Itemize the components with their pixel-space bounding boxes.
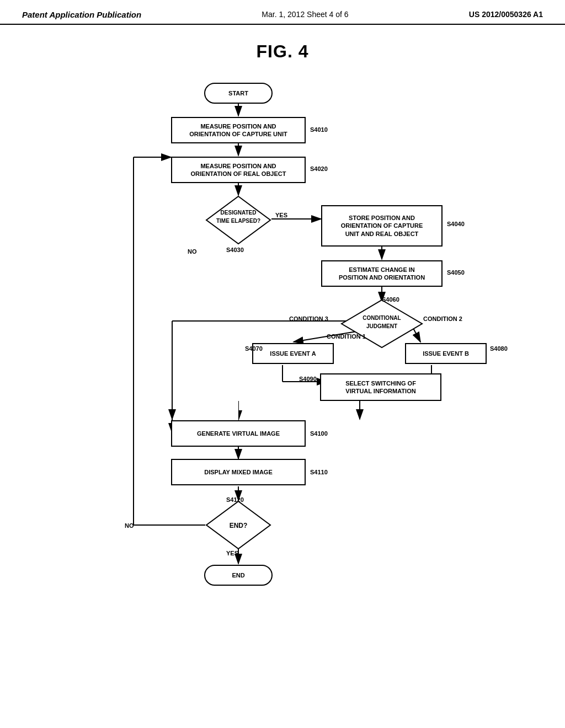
cond2-label: CONDITION 2 (423, 315, 462, 322)
s4080-label: S4080 (490, 345, 508, 352)
no-label-s4030: NO (188, 248, 197, 255)
s4120-diamond: END? (205, 500, 271, 550)
end-node: END (204, 565, 273, 586)
yes-label-s4030: YES (275, 212, 287, 218)
s4020-node: MEASURE POSITION AND ORIENTATION OF REAL… (171, 157, 306, 183)
s4090-label: S4090 (299, 376, 317, 382)
s4010-node: MEASURE POSITION AND ORIENTATION OF CAPT… (171, 117, 306, 143)
s4070-label: S4070 (245, 345, 263, 352)
svg-text:END?: END? (230, 522, 248, 529)
page-header: Patent Application Publication Mar. 1, 2… (0, 0, 565, 25)
header-right: US 2012/0050326 A1 (469, 10, 543, 19)
header-left: Patent Application Publication (22, 10, 141, 19)
figure-title: FIG. 4 (0, 41, 565, 62)
svg-text:JUDGMENT: JUDGMENT (366, 323, 397, 329)
yes2-label: YES (226, 550, 238, 556)
s4040-label: S4040 (447, 221, 465, 227)
start-node: START (204, 83, 273, 104)
s4030-diamond: DESIGNATED TIME ELAPSED? (205, 195, 271, 245)
s4100-node: GENERATE VIRTUAL IMAGE (171, 420, 306, 447)
svg-text:DESIGNATED: DESIGNATED (221, 210, 257, 216)
no2-label: NO (125, 522, 134, 529)
s4050-label: S4050 (447, 269, 465, 276)
s4020-label: S4020 (310, 165, 328, 172)
s4120-label: S4120 (226, 496, 244, 503)
s4060-diamond: CONDITIONAL JUDGMENT (340, 299, 423, 349)
s4090-node: SELECT SWITCHING OF VIRTUAL INFORMATION (320, 373, 441, 401)
s4040-node: STORE POSITION AND ORIENTATION OF CAPTUR… (321, 205, 443, 247)
s4060-label: S4060 (382, 296, 399, 303)
s4090-to-s4100-svg (238, 401, 349, 423)
s4110-label: S4110 (310, 469, 328, 475)
s4100-label: S4100 (310, 430, 328, 437)
header-center: Mar. 1, 2012 Sheet 4 of 6 (262, 10, 348, 19)
svg-text:CONDITIONAL: CONDITIONAL (363, 315, 401, 321)
s4110-node: DISPLAY MIXED IMAGE (171, 459, 306, 485)
flowchart: START MEASURE POSITION AND ORIENTATION O… (89, 73, 476, 679)
svg-text:TIME ELAPSED?: TIME ELAPSED? (216, 218, 260, 224)
cond1-label: CONDITION 1 (327, 333, 366, 340)
s4080-node: ISSUE EVENT B (405, 343, 487, 364)
s4050-node: ESTIMATE CHANGE IN POSITION AND ORIENTAT… (321, 260, 443, 287)
s4030-label: S4030 (226, 247, 244, 253)
cond3-label: CONDITION 3 (289, 315, 328, 322)
s4070-node: ISSUE EVENT A (252, 343, 334, 364)
s4010-label: S4010 (310, 126, 328, 133)
